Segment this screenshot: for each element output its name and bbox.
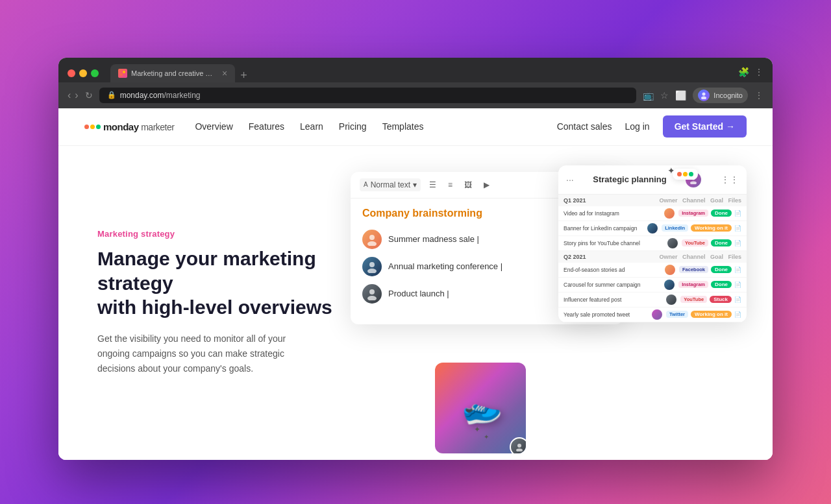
monday-logo-icon	[84, 125, 101, 129]
channel-badge-youtube: YouTube	[680, 296, 707, 303]
title-bar: Marketing and creative manag... × + 🧩 ⋮	[58, 58, 773, 82]
row-avatar	[664, 280, 675, 290]
hero-section: Marketing strategy Manage your marketing…	[58, 146, 773, 460]
shoe-card-avatar	[510, 437, 526, 453]
svg-point-10	[517, 444, 521, 448]
nav-arrows: ‹ ›	[68, 90, 79, 101]
channel-badge-facebook: Facebook	[679, 266, 708, 273]
shoe-image: 👟	[456, 384, 505, 431]
nav-links: Overview Features Learn Pricing Template…	[195, 121, 556, 132]
log-in-link[interactable]: Log in	[625, 121, 649, 132]
planning-card-title: Strategic planning	[593, 174, 666, 184]
menu-icon[interactable]: ⋮	[754, 90, 763, 101]
svg-point-3	[701, 96, 706, 99]
browser-window: Marketing and creative manag... × + 🧩 ⋮ …	[58, 58, 773, 460]
nav-link-learn[interactable]: Learn	[300, 121, 323, 132]
nav-tools: 📺 ☆ ⬜ Incognito ⋮	[643, 88, 763, 103]
active-tab[interactable]: Marketing and creative manag... ×	[110, 64, 235, 82]
table-row-q2-1: End-of-season stories ad Facebook Done 📄	[558, 263, 747, 278]
video-icon[interactable]: ▶	[480, 178, 493, 191]
logo-dot-red	[84, 125, 89, 129]
status-badge-done: Done	[711, 210, 732, 217]
tabs-bar: Marketing and creative manag... × +	[110, 64, 732, 82]
svg-point-7	[367, 269, 377, 273]
status-badge-stuck: Stuck	[710, 296, 732, 303]
doc-item-2: Annual marketing conference |	[388, 261, 502, 271]
row-avatar	[667, 238, 678, 248]
status-badge-done: Done	[711, 239, 732, 246]
browser-chrome: Marketing and creative manag... × + 🧩 ⋮ …	[58, 58, 773, 108]
status-badge-done: Done	[711, 281, 732, 288]
svg-point-9	[367, 296, 377, 300]
close-button[interactable]	[68, 69, 75, 77]
text-style-label: Normal text	[371, 180, 410, 189]
security-lock-icon: 🔒	[107, 91, 116, 99]
files-icon: 📄	[734, 210, 741, 217]
bookmark-icon[interactable]: ☆	[660, 90, 669, 101]
site-logo[interactable]: monday marketer	[84, 121, 174, 132]
window-icon[interactable]: ⬜	[675, 90, 686, 101]
more-options-icon[interactable]: ⋮	[754, 67, 763, 77]
logo-dot-green	[96, 125, 101, 129]
toolbar-right: 🧩 ⋮	[738, 67, 763, 80]
monday-badge	[673, 169, 698, 180]
profile-label: Incognito	[713, 91, 743, 99]
table-row-q1-2: Banner for LinkedIn campaign LinkedIn Wo…	[558, 221, 747, 236]
tab-close-button[interactable]: ×	[222, 68, 227, 78]
channel-badge-instagram: Instagram	[678, 210, 708, 217]
avatar-1	[362, 230, 382, 249]
svg-point-2	[702, 92, 706, 95]
table-row-q1-3: Story pins for YouTube channel YouTube D…	[558, 236, 747, 251]
cast-icon[interactable]: 📺	[643, 90, 654, 101]
sparkle-bottom-left-small: ✦	[484, 433, 489, 440]
channel-badge-linkedin: LinkedIn	[662, 224, 688, 232]
table-row-q2-3: Influencer featured post YouTube Stuck 📄	[558, 293, 747, 307]
svg-point-6	[369, 262, 375, 267]
address-bar[interactable]: 🔒 monday.com/marketing	[99, 88, 637, 103]
nav-link-pricing[interactable]: Pricing	[339, 121, 367, 132]
nav-link-templates[interactable]: Templates	[382, 121, 424, 132]
channel-badge-youtube: YouTube	[682, 239, 708, 246]
cursor-icon	[523, 363, 526, 370]
tab-favicon	[118, 69, 127, 78]
table-row-q2-2: Carousel for summer campaign Instagram D…	[558, 278, 747, 293]
logo-dot-yellow	[90, 125, 95, 129]
back-button[interactable]: ‹	[68, 90, 71, 101]
avatar-3	[362, 284, 382, 304]
url-path: /marketing	[164, 91, 200, 100]
nav-link-overview[interactable]: Overview	[195, 121, 232, 132]
refresh-button[interactable]: ↻	[85, 90, 93, 101]
q2-section-header: Q2 2021 Owner Channel Goal Files	[558, 251, 747, 263]
maximize-button[interactable]	[91, 69, 99, 77]
nav-link-features[interactable]: Features	[249, 121, 284, 132]
tab-title: Marketing and creative manag...	[131, 69, 216, 77]
status-badge-working: Working on it	[691, 224, 732, 232]
forward-button[interactable]: ›	[75, 90, 78, 101]
sparkle-bottom-left: ✦	[474, 425, 480, 434]
q2-header-cols: Owner Channel Goal Files	[659, 254, 741, 260]
files-icon: 📄	[734, 282, 741, 288]
url-domain: monday.com	[120, 91, 164, 100]
new-tab-button[interactable]: +	[240, 69, 247, 82]
row-avatar	[664, 208, 675, 219]
numbered-list-icon[interactable]: ≡	[445, 178, 456, 191]
contact-sales-link[interactable]: Contact sales	[557, 121, 612, 132]
image-icon[interactable]: 🖼	[461, 178, 475, 191]
planning-more-icon[interactable]: ⋮⋮	[721, 174, 739, 185]
minimize-button[interactable]	[79, 69, 87, 77]
get-started-button[interactable]: Get Started →	[663, 115, 747, 138]
profile-avatar	[698, 90, 710, 101]
text-format-icon: A	[364, 181, 368, 188]
hero-heading: Manage your marketing strategy with high…	[97, 246, 344, 320]
bullet-list-icon[interactable]: ☰	[426, 178, 440, 191]
channel-badge-instagram: Instagram	[678, 281, 708, 288]
row-avatar	[665, 265, 675, 275]
doc-item-3: Product launch |	[388, 289, 449, 298]
svg-point-4	[369, 235, 375, 240]
text-style-button[interactable]: A Normal text ▾	[360, 178, 421, 191]
extensions-icon[interactable]: 🧩	[738, 67, 749, 77]
table-row-q1-1: Video ad for Instagram Instagram Done 📄	[558, 206, 747, 221]
hero-text: Marketing strategy Manage your marketing…	[97, 229, 344, 376]
profile-button[interactable]: Incognito	[693, 88, 748, 103]
planning-menu-icon[interactable]: ···	[566, 174, 574, 185]
